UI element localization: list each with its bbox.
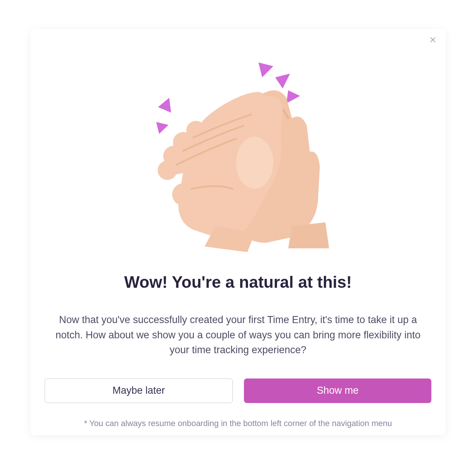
modal-title: Wow! You're a natural at this!: [124, 273, 352, 291]
svg-marker-5: [275, 74, 290, 88]
onboarding-modal: Wow! You're a natural at this! Now that …: [30, 29, 446, 435]
modal-description: Now that you've successfully created you…: [50, 312, 426, 358]
maybe-later-button[interactable]: Maybe later: [45, 378, 233, 403]
svg-marker-4: [258, 62, 273, 77]
svg-marker-2: [158, 98, 171, 113]
svg-marker-6: [286, 90, 300, 103]
svg-marker-3: [156, 122, 168, 134]
clapping-hands-illustration: [132, 40, 344, 252]
modal-footnote: * You can always resume onboarding in th…: [84, 419, 392, 428]
svg-point-16: [172, 183, 194, 206]
svg-point-17: [236, 137, 273, 189]
modal-actions: Maybe later Show me: [45, 378, 431, 403]
close-icon: [429, 36, 437, 45]
close-button[interactable]: [427, 34, 439, 46]
show-me-button[interactable]: Show me: [244, 378, 431, 403]
